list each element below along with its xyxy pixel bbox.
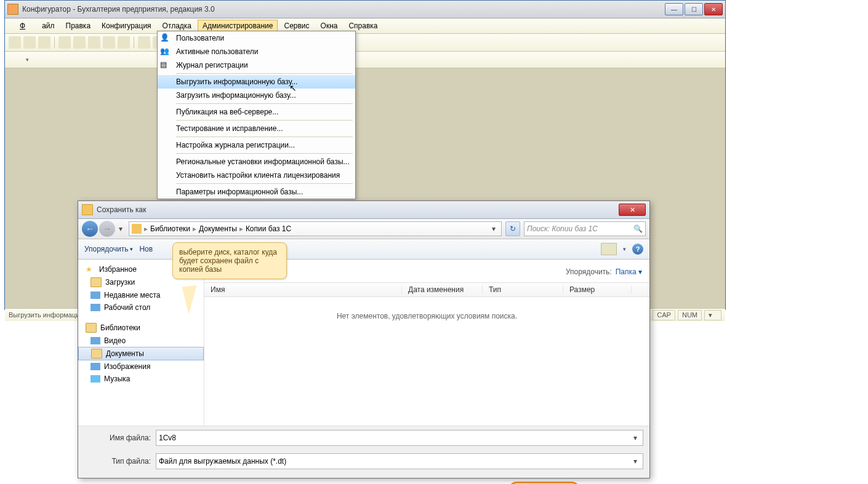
- status-num: NUM: [678, 310, 702, 320]
- toolbar-main: [5, 34, 725, 52]
- refresh-button[interactable]: ↻: [505, 221, 520, 236]
- menu-edit[interactable]: Правка: [61, 20, 96, 32]
- command-row: Упорядочить ▾ Нов ▾ ?: [78, 239, 649, 260]
- star-icon: ★: [86, 265, 95, 274]
- col-name[interactable]: Имя: [204, 285, 402, 294]
- menu-license[interactable]: Установить настройки клиента лицензирова…: [158, 169, 355, 182]
- filetype-select[interactable]: Файл для выгружаемых данных (*.dt)▾: [156, 453, 643, 469]
- print-preview-icon[interactable]: [118, 36, 130, 49]
- bc-lib[interactable]: Библиотеки: [150, 224, 190, 233]
- forward-button[interactable]: →: [99, 221, 115, 237]
- new-folder-button[interactable]: Нов: [139, 245, 153, 253]
- user-icon: 👤: [160, 33, 172, 43]
- folder-sidebar: ★Избранное Загрузки Недавние места Рабоч…: [78, 260, 204, 426]
- save-highlight: Сохранить: [507, 482, 581, 484]
- status-cap: CAP: [653, 310, 675, 320]
- menu-load-db[interactable]: Загрузить информационную базу...: [158, 89, 355, 102]
- column-headers: Имя Дата изменения Тип Размер: [204, 282, 649, 297]
- menu-reg-log[interactable]: ▤Журнал регистрации: [158, 58, 355, 72]
- help-button[interactable]: ?: [632, 244, 643, 255]
- search-input[interactable]: Поиск: Копии баз 1С 🔍: [524, 221, 646, 236]
- print-icon[interactable]: [103, 36, 115, 49]
- back-button[interactable]: ←: [82, 221, 98, 237]
- images-icon: [90, 363, 100, 370]
- organize-button[interactable]: Упорядочить ▾: [84, 245, 133, 253]
- dialog-close-button[interactable]: ✕: [619, 204, 646, 216]
- music-icon: [90, 375, 100, 383]
- folder-icon: [132, 224, 142, 234]
- maximize-button[interactable]: ☐: [685, 3, 703, 15]
- log-icon: ▤: [160, 60, 172, 70]
- sort-label: Упорядочить:: [566, 268, 612, 276]
- callout-tail: [182, 285, 200, 315]
- dialog-icon: [82, 204, 93, 215]
- dialog-title: Сохранить как: [97, 205, 146, 214]
- filetype-label: Тип файла:: [84, 457, 156, 466]
- save-as-dialog: Сохранить как ✕ ← → ▾ ▸ Библиотеки ▸ Док…: [78, 200, 650, 478]
- sidebar-libraries[interactable]: Библиотеки: [78, 321, 204, 335]
- menu-web-pub[interactable]: Публикация на веб-сервере...: [158, 105, 355, 119]
- menu-active-users[interactable]: 👥Активные пользователи: [158, 45, 355, 58]
- document-icon: [91, 349, 102, 359]
- open-icon[interactable]: [23, 36, 36, 49]
- menu-service[interactable]: Сервис: [279, 20, 314, 32]
- desktop-icon: [90, 304, 100, 311]
- minimize-button[interactable]: —: [665, 3, 683, 15]
- bc-dest[interactable]: Копии баз 1С: [246, 224, 291, 233]
- search-icon: 🔍: [633, 224, 643, 233]
- menu-help[interactable]: Справка: [344, 20, 382, 32]
- empty-message: Нет элементов, удовлетворяющих условиям …: [204, 297, 649, 335]
- col-type[interactable]: Тип: [483, 285, 563, 294]
- menu-users[interactable]: 👤Пользователи: [158, 31, 355, 45]
- library-icon: [86, 323, 97, 333]
- menu-test-fix[interactable]: Тестирование и исправление...: [158, 122, 355, 135]
- filename-input[interactable]: 1Cv8▾: [156, 430, 643, 446]
- menu-admin[interactable]: Администрирование: [198, 20, 278, 32]
- admin-dropdown: 👤Пользователи 👥Активные пользователи ▤Жу…: [157, 31, 356, 199]
- annotation-callout: выберите диск, каталог куда будет сохран…: [172, 242, 287, 279]
- menubar: Файл Правка Конфигурация Отладка Админис…: [5, 18, 725, 34]
- save-icon[interactable]: [38, 36, 50, 49]
- bc-docs[interactable]: Документы: [199, 224, 237, 233]
- col-size[interactable]: Размер: [563, 285, 632, 294]
- window-title: Конфигуратор - Бухгалтерия предприятия, …: [22, 5, 215, 14]
- folder-icon: [90, 277, 102, 287]
- copy-icon[interactable]: [73, 36, 86, 49]
- menu-log-setup[interactable]: Настройка журнала регистрации...: [158, 138, 355, 152]
- close-button[interactable]: ✕: [704, 3, 723, 15]
- sidebar-documents[interactable]: Документы: [78, 347, 204, 360]
- nav-row: ← → ▾ ▸ Библиотеки ▸ Документы ▸ Копии б…: [78, 219, 649, 239]
- sidebar-video[interactable]: Видео: [78, 335, 204, 347]
- filename-label: Имя файла:: [84, 434, 156, 442]
- sidebar-images[interactable]: Изображения: [78, 360, 204, 373]
- sort-dropdown[interactable]: Папка ▾: [616, 268, 642, 276]
- breadcrumb-dropdown[interactable]: ▾: [489, 224, 499, 233]
- status-hint: Выгрузить информаци: [9, 311, 79, 319]
- file-list-area: а "Документы" Упорядочить: Папка ▾ Имя Д…: [204, 260, 649, 426]
- col-date[interactable]: Дата изменения: [402, 285, 483, 294]
- cut-icon[interactable]: [58, 36, 71, 49]
- titlebar: Конфигуратор - Бухгалтерия предприятия, …: [5, 1, 725, 18]
- menu-regional[interactable]: Региональные установки информационной ба…: [158, 155, 355, 169]
- new-icon[interactable]: [9, 36, 21, 49]
- menu-dump-db[interactable]: Выгрузить информационную базу...: [158, 75, 355, 89]
- recent-icon: [90, 292, 100, 299]
- dialog-titlebar: Сохранить как ✕: [78, 201, 649, 219]
- undo-icon[interactable]: [138, 36, 150, 49]
- menu-config[interactable]: Конфигурация: [97, 20, 156, 32]
- menu-file[interactable]: Файл: [9, 20, 60, 32]
- view-mode-button[interactable]: [601, 243, 617, 255]
- nav-history-dropdown[interactable]: ▾: [116, 221, 125, 236]
- menu-debug[interactable]: Отладка: [158, 20, 196, 32]
- menu-params[interactable]: Параметры информационной базы...: [158, 185, 355, 199]
- sidebar-music[interactable]: Музыка: [78, 373, 204, 385]
- app-icon: [7, 4, 18, 15]
- paste-icon[interactable]: [88, 36, 100, 49]
- users-icon: 👥: [160, 47, 172, 57]
- toolbar-secondary: ▾: [5, 52, 725, 68]
- breadcrumb[interactable]: ▸ Библиотеки ▸ Документы ▸ Копии баз 1С …: [129, 221, 502, 236]
- status-extra: ▾: [704, 310, 721, 320]
- video-icon: [90, 337, 100, 344]
- menu-windows[interactable]: Окна: [316, 20, 343, 32]
